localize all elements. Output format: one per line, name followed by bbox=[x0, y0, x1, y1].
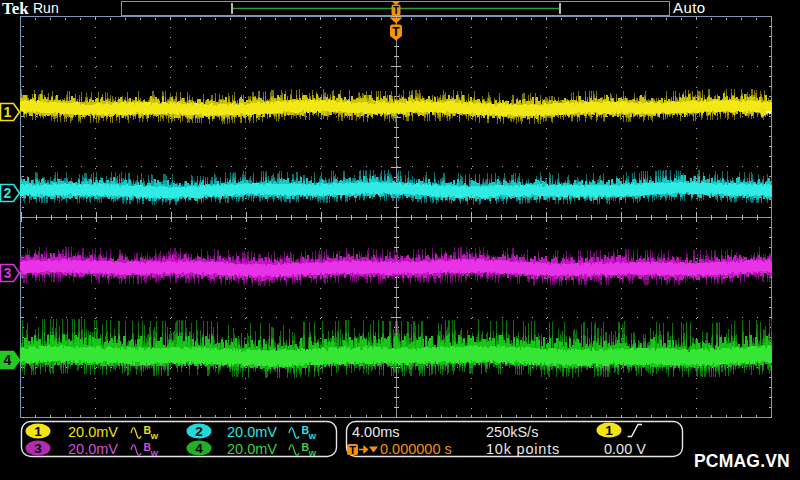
svg-text:10k points: 10k points bbox=[486, 441, 560, 457]
svg-text:20.0mV: 20.0mV bbox=[227, 441, 277, 457]
svg-text:1: 1 bbox=[34, 424, 42, 439]
svg-text:4: 4 bbox=[4, 352, 12, 368]
svg-text:Run: Run bbox=[33, 0, 59, 16]
svg-text:W: W bbox=[309, 432, 317, 441]
svg-text:W: W bbox=[309, 449, 317, 458]
svg-text:W: W bbox=[151, 432, 159, 441]
svg-text:T: T bbox=[349, 444, 356, 456]
svg-text:PCMAG.VN: PCMAG.VN bbox=[694, 451, 790, 471]
svg-text:Tek: Tek bbox=[2, 0, 29, 18]
svg-text:4.00ms: 4.00ms bbox=[352, 424, 400, 440]
svg-text:20.0mV: 20.0mV bbox=[68, 424, 118, 440]
svg-text:1: 1 bbox=[605, 423, 613, 438]
svg-text:3: 3 bbox=[34, 441, 42, 456]
svg-text:20.0mV: 20.0mV bbox=[68, 441, 118, 457]
svg-text:2: 2 bbox=[195, 424, 203, 439]
svg-text:T: T bbox=[393, 5, 399, 16]
svg-text:2: 2 bbox=[4, 185, 12, 201]
svg-text:0.000000 s: 0.000000 s bbox=[380, 441, 452, 457]
svg-text:Auto: Auto bbox=[673, 0, 705, 16]
svg-text:T: T bbox=[392, 25, 400, 39]
svg-text:250kS/s: 250kS/s bbox=[486, 424, 538, 440]
svg-text:4: 4 bbox=[195, 441, 203, 456]
svg-text:W: W bbox=[151, 449, 159, 458]
svg-text:20.0mV: 20.0mV bbox=[227, 424, 277, 440]
svg-text:0.00 V: 0.00 V bbox=[604, 441, 646, 457]
svg-text:3: 3 bbox=[4, 265, 12, 281]
svg-text:1: 1 bbox=[4, 104, 12, 120]
